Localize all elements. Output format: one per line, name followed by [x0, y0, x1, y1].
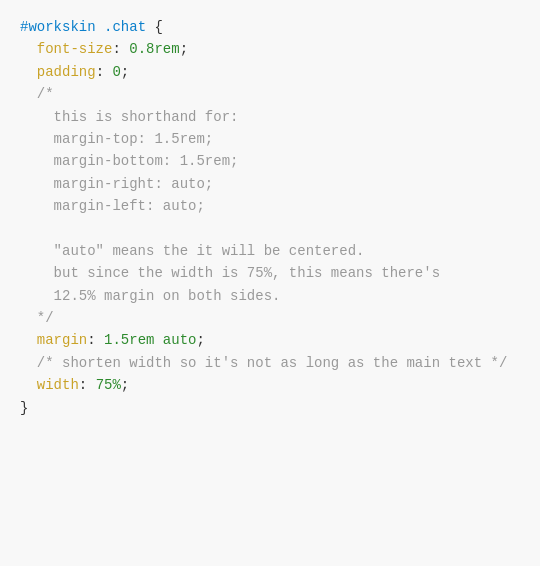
val-padding: 0	[112, 61, 120, 83]
prop-width: width	[37, 374, 79, 396]
comment-shorten: /* shorten width so it's not as long as …	[37, 352, 507, 374]
semicolon: ;	[121, 374, 129, 396]
comment-open: /*	[37, 83, 54, 105]
code-line-11: "auto" means the it will be centered.	[20, 240, 520, 262]
space	[96, 16, 104, 38]
colon: :	[79, 374, 96, 396]
indent	[20, 83, 37, 105]
semicolon: ;	[180, 38, 188, 60]
indent	[20, 329, 37, 351]
semicolon: ;	[196, 329, 204, 351]
code-line-18: }	[20, 397, 520, 419]
indent	[20, 374, 37, 396]
code-line-12: but since the width is 75%, this means t…	[20, 262, 520, 284]
comment-margin-percent: 12.5% margin on both sides.	[20, 285, 280, 307]
comment-margin-bottom: margin-bottom: 1.5rem;	[20, 150, 238, 172]
selector-workskin: #workskin	[20, 16, 96, 38]
colon: :	[112, 38, 129, 60]
indent	[20, 307, 37, 329]
comment-but-since: but since the width is 75%, this means t…	[20, 262, 440, 284]
code-line-15: margin : 1.5rem auto ;	[20, 329, 520, 351]
indent	[20, 61, 37, 83]
comment-close: */	[37, 307, 54, 329]
val-font-size: 0.8rem	[129, 38, 179, 60]
code-line-16: /* shorten width so it's not as long as …	[20, 352, 520, 374]
code-line-7: margin-bottom: 1.5rem;	[20, 150, 520, 172]
prop-margin: margin	[37, 329, 87, 351]
colon: :	[87, 329, 104, 351]
comment-empty	[20, 218, 28, 240]
code-line-2: font-size : 0.8rem ;	[20, 38, 520, 60]
comment-auto-means: "auto" means the it will be centered.	[20, 240, 364, 262]
semicolon: ;	[121, 61, 129, 83]
code-line-8: margin-right: auto;	[20, 173, 520, 195]
comment-shorthand: this is shorthand for:	[20, 106, 238, 128]
code-line-14: */	[20, 307, 520, 329]
comment-margin-right: margin-right: auto;	[20, 173, 213, 195]
code-line-1: #workskin .chat {	[20, 16, 520, 38]
prop-padding: padding	[37, 61, 96, 83]
code-container: #workskin .chat { font-size : 0.8rem ; p…	[0, 0, 540, 566]
code-line-10	[20, 218, 520, 240]
class-chat: .chat	[104, 16, 146, 38]
indent	[20, 352, 37, 374]
code-line-17: width : 75% ;	[20, 374, 520, 396]
brace-close: }	[20, 397, 28, 419]
prop-font-size: font-size	[37, 38, 113, 60]
code-line-3: padding : 0 ;	[20, 61, 520, 83]
colon: :	[96, 61, 113, 83]
code-line-5: this is shorthand for:	[20, 106, 520, 128]
val-margin: 1.5rem auto	[104, 329, 196, 351]
code-line-9: margin-left: auto;	[20, 195, 520, 217]
brace-open: {	[146, 16, 163, 38]
comment-margin-top: margin-top: 1.5rem;	[20, 128, 213, 150]
code-line-4: /*	[20, 83, 520, 105]
val-width: 75%	[96, 374, 121, 396]
code-line-6: margin-top: 1.5rem;	[20, 128, 520, 150]
code-block: #workskin .chat { font-size : 0.8rem ; p…	[0, 16, 540, 419]
comment-margin-left: margin-left: auto;	[20, 195, 205, 217]
indent	[20, 38, 37, 60]
code-line-13: 12.5% margin on both sides.	[20, 285, 520, 307]
